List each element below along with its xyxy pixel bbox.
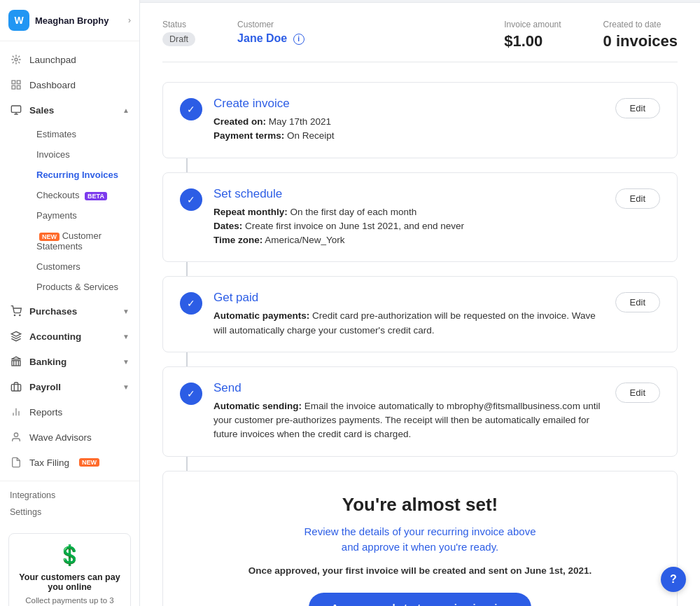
edit-button-schedule[interactable]: Edit	[615, 188, 660, 209]
sidebar-settings[interactable]: Settings	[10, 504, 130, 521]
step-check-paid-icon: ✓	[180, 292, 202, 315]
step-title-send: Send	[214, 381, 604, 395]
wave-advisors-icon	[10, 431, 22, 443]
step-set-schedule: ✓ Set schedule Repeat monthly: On the fi…	[162, 172, 678, 263]
svg-rect-12	[11, 385, 20, 391]
beta-badge: BETA	[85, 192, 107, 200]
step-detail-paid: Automatic payments: Credit card pre-auth…	[214, 309, 604, 338]
edit-button-paid[interactable]: Edit	[615, 292, 660, 312]
chevron-right-icon: ›	[128, 15, 131, 25]
almost-set-subtitle: Review the details of your recurring inv…	[191, 524, 649, 556]
reports-label: Reports	[29, 407, 62, 418]
created-date-col: Created to date 0 invoices	[603, 20, 678, 50]
sidebar-item-launchpad[interactable]: Launchpad	[0, 47, 139, 72]
step-check-icon: ✓	[180, 98, 202, 120]
tax-filing-icon	[10, 456, 22, 469]
step-connector-1	[186, 158, 188, 172]
sidebar-item-dashboard[interactable]: Dashboard	[0, 72, 139, 97]
purchases-chevron-icon: ▼	[122, 308, 130, 315]
customer-info-icon[interactable]: i	[293, 34, 304, 45]
svg-point-7	[20, 315, 20, 315]
sidebar-section-accounting[interactable]: Accounting ▼	[0, 324, 139, 349]
main-content: Status Draft Customer Jane Doe i Invoice…	[140, 0, 700, 606]
sidebar-section-payroll[interactable]: Payroll ▼	[0, 374, 139, 399]
content-area: Status Draft Customer Jane Doe i Invoice…	[140, 3, 700, 606]
accounting-icon	[10, 330, 22, 343]
launchpad-label: Launchpad	[29, 55, 76, 65]
new-badge-tax: NEW	[79, 458, 99, 467]
step-check-schedule-icon: ✓	[180, 188, 202, 211]
purchases-label: Purchases	[29, 306, 77, 317]
sidebar-item-checkouts[interactable]: Checkouts BETA	[29, 185, 139, 205]
reports-icon	[10, 406, 22, 418]
customer-label: Customer	[237, 20, 304, 29]
status-col: Status Draft	[162, 20, 195, 46]
sales-icon	[10, 104, 22, 116]
edit-button-create-invoice[interactable]: Edit	[615, 98, 660, 118]
promo-subtitle: Collect payments up to 3 times faster.	[19, 595, 120, 606]
sidebar-item-tax-filing[interactable]: Tax Filing NEW	[0, 450, 139, 475]
status-badge: Draft	[162, 32, 195, 46]
banking-chevron-icon: ▼	[122, 358, 130, 366]
amount-label: Invoice amount	[504, 20, 561, 29]
purchases-icon	[10, 305, 22, 317]
svg-rect-4	[12, 85, 15, 89]
svg-point-16	[14, 433, 18, 436]
created-date-value: 0 invoices	[603, 32, 678, 50]
sidebar-item-reports[interactable]: Reports	[0, 399, 139, 425]
banking-icon	[10, 355, 22, 368]
promo-card: 💲 Your customers can pay you online Coll…	[8, 533, 131, 606]
tax-filing-label: Tax Filing	[29, 457, 69, 468]
sidebar-item-estimates[interactable]: Estimates	[29, 124, 139, 144]
user-name: Meaghan Brophy	[35, 15, 122, 26]
sidebar-integrations[interactable]: Integrations	[10, 487, 130, 504]
accounting-label: Accounting	[29, 331, 81, 342]
help-icon: ?	[670, 573, 677, 586]
payroll-label: Payroll	[29, 382, 61, 392]
banking-label: Banking	[29, 357, 66, 367]
step-title-paid: Get paid	[214, 291, 604, 305]
status-label: Status	[162, 20, 195, 29]
step-content-send: Send Automatic sending: Email the invoic…	[214, 381, 604, 442]
edit-button-send[interactable]: Edit	[615, 383, 660, 403]
created-date-label: Created to date	[603, 20, 678, 29]
sidebar-item-customers[interactable]: Customers	[29, 256, 139, 277]
step-get-paid: ✓ Get paid Automatic payments: Credit ca…	[162, 276, 678, 352]
sidebar-item-invoices[interactable]: Invoices	[29, 144, 139, 165]
amount-col: Invoice amount $1.00	[504, 20, 561, 50]
sidebar: W Meaghan Brophy › Launchpad Dashboard S…	[0, 0, 140, 606]
sidebar-section-banking[interactable]: Banking ▼	[0, 349, 139, 374]
customer-col: Customer Jane Doe i	[237, 20, 304, 45]
sidebar-item-products-services[interactable]: Products & Services	[29, 277, 139, 297]
svg-rect-1	[12, 81, 15, 84]
sidebar-header[interactable]: W Meaghan Brophy ›	[0, 0, 139, 41]
help-bubble[interactable]: ?	[661, 567, 686, 592]
dashboard-label: Dashboard	[29, 80, 76, 90]
almost-set-card: You're almost set! Review the details of…	[162, 471, 678, 607]
sales-sub-nav: Estimates Invoices Recurring Invoices Ch…	[0, 123, 139, 298]
step-title-create-invoice: Create invoice	[214, 97, 604, 111]
step-connector-4	[186, 457, 188, 471]
step-content-create-invoice: Create invoice Created on: May 17th 2021…	[214, 97, 604, 144]
app-logo: W	[8, 10, 29, 31]
customer-name: Jane Doe i	[237, 32, 304, 45]
step-content-schedule: Set schedule Repeat monthly: On the firs…	[214, 187, 604, 248]
approve-button[interactable]: Approve and start recurring invoice	[309, 593, 531, 607]
sidebar-item-customer-statements[interactable]: NEW Customer Statements	[29, 226, 139, 256]
step-check-send-icon: ✓	[180, 383, 202, 405]
step-create-invoice: ✓ Create invoice Created on: May 17th 20…	[162, 82, 678, 158]
step-cards: ✓ Create invoice Created on: May 17th 20…	[162, 82, 678, 606]
sidebar-bottom: Integrations Settings	[0, 481, 139, 526]
almost-set-title: You're almost set!	[191, 494, 649, 516]
sidebar-section-purchases[interactable]: Purchases ▼	[0, 298, 139, 324]
sidebar-item-payments[interactable]: Payments	[29, 205, 139, 226]
sales-label: Sales	[29, 105, 54, 116]
sidebar-item-recurring-invoices[interactable]: Recurring Invoices	[29, 165, 139, 185]
sidebar-item-wave-advisors[interactable]: Wave Advisors	[0, 425, 139, 450]
svg-rect-5	[11, 106, 20, 112]
amount-value: $1.00	[504, 32, 561, 50]
launchpad-icon	[10, 53, 22, 66]
almost-set-note: Once approved, your first invoice will b…	[191, 565, 649, 576]
sidebar-section-sales[interactable]: Sales ▲	[0, 97, 139, 123]
payroll-icon	[10, 380, 22, 393]
